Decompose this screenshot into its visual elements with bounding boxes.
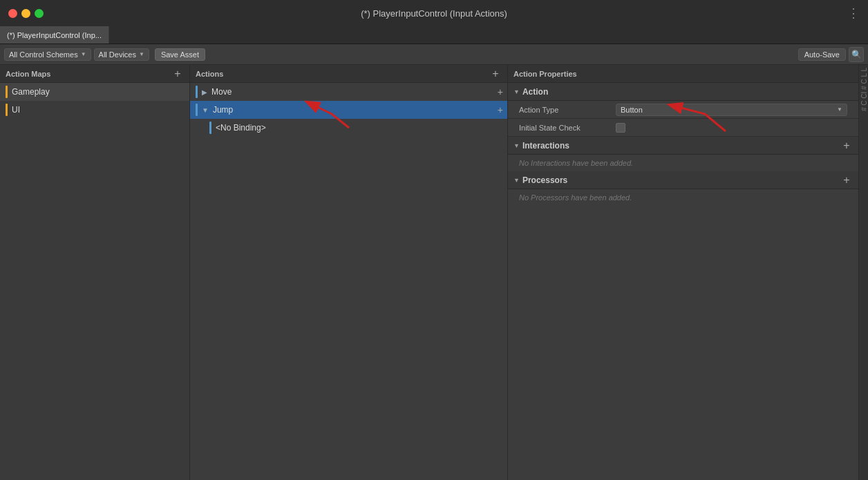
- right-edge-text: # C CI # C L L: [859, 65, 868, 114]
- traffic-lights: [8, 9, 44, 18]
- interactions-section-header[interactable]: ▼ Interactions +: [508, 137, 858, 155]
- processors-title: Processors: [522, 175, 567, 185]
- no-binding-item[interactable]: <No Binding>: [190, 119, 507, 137]
- auto-save-area: Auto-Save 🔍: [798, 47, 864, 62]
- add-move-binding-button[interactable]: +: [498, 86, 503, 97]
- action-section-header[interactable]: ▼ Action: [508, 83, 858, 101]
- actions-title: Actions: [196, 70, 223, 78]
- devices-dropdown[interactable]: All Devices ▼: [94, 48, 149, 61]
- toolbar: All Control Schemes ▼ All Devices ▼ Save…: [0, 44, 868, 65]
- gameplay-label: Gameplay: [12, 87, 50, 97]
- interactions-title: Interactions: [522, 141, 569, 151]
- minimize-button[interactable]: [21, 9, 30, 18]
- interactions-section-left: ▼ Interactions: [513, 141, 569, 151]
- jump-expand-icon: ▼: [202, 106, 209, 114]
- action-section-left: ▼ Action: [513, 87, 548, 97]
- actions-header: Actions +: [190, 65, 507, 83]
- interactions-empty-message: No Interactions have been added.: [508, 155, 858, 171]
- maximize-button[interactable]: [35, 9, 44, 18]
- search-icon[interactable]: 🔍: [849, 47, 864, 62]
- processors-section-left: ▼ Processors: [513, 175, 567, 185]
- add-jump-binding-button[interactable]: +: [498, 104, 503, 115]
- action-maps-header: Action Maps +: [0, 65, 189, 83]
- ui-color-bar: [6, 104, 8, 116]
- active-tab[interactable]: (*) PlayerInputControl (Inp...: [0, 26, 109, 44]
- initial-state-row: Initial State Check: [508, 119, 858, 137]
- action-map-gameplay[interactable]: Gameplay: [0, 83, 189, 101]
- save-asset-button[interactable]: Save Asset: [155, 48, 205, 61]
- auto-save-button[interactable]: Auto-Save: [798, 48, 846, 61]
- action-move[interactable]: ▶ Move +: [190, 83, 507, 101]
- chevron-down-icon: ▼: [81, 51, 86, 57]
- main-content: Action Maps + Gameplay UI Actions + ▶ Mo…: [0, 65, 868, 480]
- window-title: (*) PlayerInputControl (Input Actions): [361, 8, 507, 19]
- jump-label: Jump: [213, 105, 233, 115]
- devices-label: All Devices: [99, 50, 136, 59]
- control-schemes-label: All Control Schemes: [9, 50, 78, 59]
- title-bar: (*) PlayerInputControl (Input Actions) ⋮: [0, 0, 868, 26]
- gameplay-color-bar: [6, 86, 8, 98]
- ui-label: UI: [12, 105, 20, 115]
- action-type-dropdown[interactable]: Button ▼: [616, 104, 847, 116]
- action-type-value: Button ▼: [616, 104, 847, 116]
- action-type-label: Action Type: [519, 106, 616, 114]
- control-schemes-dropdown[interactable]: All Control Schemes ▼: [4, 48, 91, 61]
- action-type-dropdown-value: Button: [621, 106, 643, 114]
- action-type-chevron-icon: ▼: [837, 106, 842, 113]
- more-options-icon[interactable]: ⋮: [847, 6, 860, 21]
- action-map-ui[interactable]: UI: [0, 101, 189, 119]
- tab-label: (*) PlayerInputControl (Inp...: [7, 31, 102, 39]
- action-maps-title: Action Maps: [6, 70, 50, 78]
- properties-header: Action Properties: [508, 65, 858, 83]
- interactions-triangle: ▼: [513, 142, 520, 149]
- initial-state-label: Initial State Check: [519, 124, 616, 132]
- action-section-triangle: ▼: [513, 88, 520, 95]
- action-properties-panel: Action Properties ▼ Action Action Type B…: [508, 65, 858, 480]
- move-color-bar: [196, 86, 198, 98]
- add-processor-button[interactable]: +: [840, 174, 853, 186]
- add-interaction-button[interactable]: +: [840, 140, 853, 152]
- move-expand-icon: ▶: [202, 88, 207, 96]
- action-jump[interactable]: ▼ Jump +: [190, 101, 507, 119]
- jump-color-bar: [196, 104, 198, 116]
- processors-section-header[interactable]: ▼ Processors +: [508, 171, 858, 189]
- add-action-map-button[interactable]: +: [171, 68, 184, 80]
- properties-title: Action Properties: [513, 70, 577, 78]
- initial-state-value: [616, 123, 847, 133]
- processors-triangle: ▼: [513, 177, 520, 184]
- close-button[interactable]: [8, 9, 17, 18]
- add-action-button[interactable]: +: [489, 68, 502, 80]
- no-binding-label: <No Binding>: [216, 123, 266, 133]
- initial-state-checkbox[interactable]: [616, 123, 625, 133]
- action-type-row: Action Type Button ▼: [508, 101, 858, 119]
- tab-bar: (*) PlayerInputControl (Inp...: [0, 26, 868, 44]
- action-maps-panel: Action Maps + Gameplay UI: [0, 65, 190, 480]
- processors-empty-message: No Processors have been added.: [508, 189, 858, 206]
- right-edge-panel: # C CI # C L L: [858, 65, 868, 480]
- no-binding-color-bar: [209, 122, 211, 134]
- action-section-title: Action: [522, 87, 548, 97]
- chevron-down-icon: ▼: [139, 51, 144, 57]
- move-label: Move: [211, 87, 232, 97]
- actions-panel: Actions + ▶ Move + ▼ Jump + <No Binding>: [190, 65, 508, 480]
